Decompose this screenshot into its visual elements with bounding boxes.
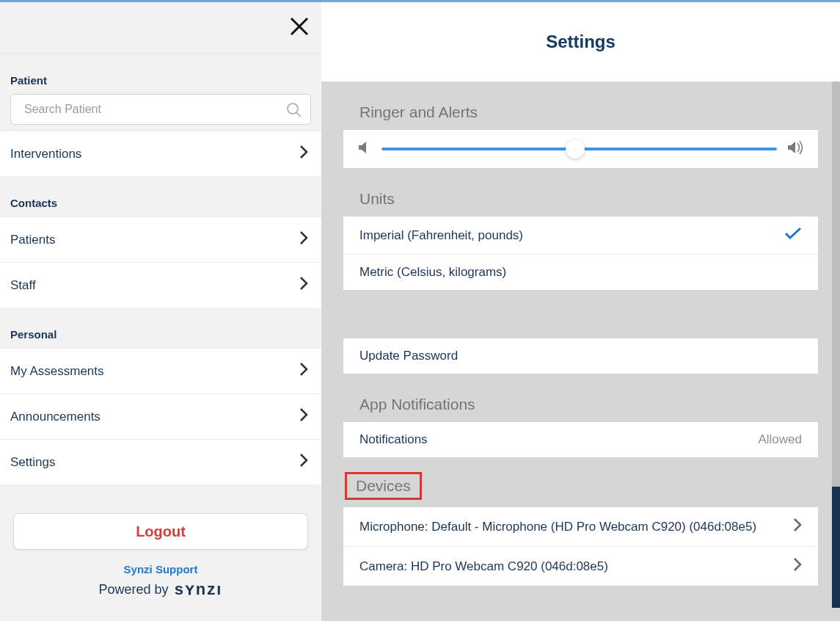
section-title-devices-highlighted: Devices (345, 472, 422, 500)
chevron-right-icon (299, 407, 308, 426)
section-label-personal: Personal (0, 308, 321, 348)
ringer-thumb[interactable] (566, 139, 585, 159)
section-title-app-notifications: App Notifications (343, 374, 818, 422)
sidebar-header (0, 2, 321, 54)
volume-loud-icon (787, 140, 805, 158)
chevron-right-icon (299, 453, 308, 471)
main-panel: Settings Ringer and Alerts Units Imperia… (321, 2, 840, 621)
device-camera-row[interactable]: Camera: HD Pro Webcam C920 (046d:08e5) (343, 547, 818, 586)
scrollbar-overlay (832, 487, 840, 608)
sidebar: Patient Interventions Contacts Patients … (0, 2, 321, 621)
device-label: Microphone: Default - Microphone (HD Pro… (359, 520, 756, 534)
section-title-ringer: Ringer and Alerts (343, 81, 818, 130)
nav-patients[interactable]: Patients (0, 217, 321, 262)
nav-label: Interventions (10, 147, 81, 161)
nav-label: Patients (10, 233, 55, 247)
search-input[interactable] (11, 103, 310, 116)
logout-button[interactable]: Logout (13, 513, 308, 550)
chevron-right-icon (793, 557, 802, 575)
section-label-patient: Patient (0, 54, 321, 94)
powered-by: Powered by sʏnzı (13, 580, 308, 599)
chevron-right-icon (793, 518, 802, 536)
notifications-row[interactable]: Notifications Allowed (343, 422, 818, 457)
nav-settings[interactable]: Settings (0, 439, 321, 484)
ringer-slider[interactable] (381, 148, 777, 150)
devices-list: Microphone: Default - Microphone (HD Pro… (343, 507, 818, 586)
notifications-status: Allowed (758, 432, 802, 447)
nav-interventions[interactable]: Interventions (0, 131, 321, 176)
section-title-units: Units (343, 168, 818, 217)
close-icon[interactable] (288, 15, 310, 40)
device-microphone-row[interactable]: Microphone: Default - Microphone (HD Pro… (343, 507, 818, 547)
nav-my-assessments[interactable]: My Assessments (0, 348, 321, 393)
nav-label: Staff (10, 278, 36, 293)
unit-option-label: Imperial (Fahrenheit, pounds) (359, 228, 523, 243)
device-label: Camera: HD Pro Webcam C920 (046d:08e5) (359, 559, 608, 574)
update-password-label: Update Password (359, 349, 458, 363)
unit-option-metric[interactable]: Metric (Celsius, kilograms) (343, 255, 818, 290)
notifications-label: Notifications (359, 432, 428, 447)
section-label-contacts: Contacts (0, 176, 321, 217)
unit-option-label: Metric (Celsius, kilograms) (359, 265, 506, 280)
check-icon (784, 227, 802, 244)
chevron-right-icon (299, 276, 308, 294)
password-card: Update Password (343, 338, 818, 374)
volume-muted-icon (357, 140, 371, 158)
unit-option-imperial[interactable]: Imperial (Fahrenheit, pounds) (343, 217, 818, 255)
search-icon[interactable] (285, 101, 303, 122)
ringer-slider-card (343, 130, 818, 168)
svg-line-3 (296, 112, 301, 117)
nav-staff[interactable]: Staff (0, 262, 321, 308)
notifications-card: Notifications Allowed (343, 422, 818, 457)
chevron-right-icon (299, 145, 308, 163)
nav-label: My Assessments (10, 364, 104, 379)
synzi-logo: sʏnzı (175, 580, 223, 599)
chevron-right-icon (299, 230, 308, 249)
chevron-right-icon (299, 362, 308, 380)
support-link[interactable]: Synzi Support (13, 563, 308, 575)
nav-label: Settings (10, 455, 55, 470)
page-title: Settings (321, 2, 840, 81)
nav-announcements[interactable]: Announcements (0, 393, 321, 439)
svg-point-2 (288, 104, 298, 114)
powered-by-label: Powered by (99, 582, 169, 598)
update-password-row[interactable]: Update Password (343, 338, 818, 374)
nav-label: Announcements (10, 410, 101, 424)
search-patient-box[interactable] (10, 94, 311, 125)
units-list: Imperial (Fahrenheit, pounds) Metric (Ce… (343, 217, 818, 290)
